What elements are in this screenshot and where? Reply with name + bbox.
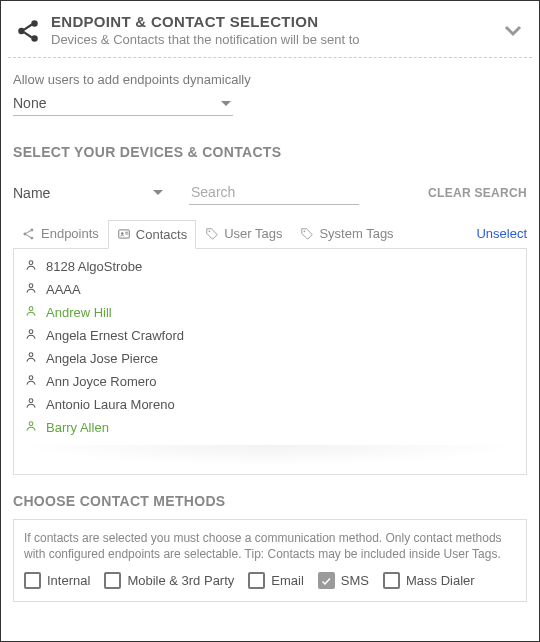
- collapse-toggle[interactable]: [501, 18, 525, 42]
- svg-point-12: [29, 307, 33, 311]
- svg-point-11: [29, 284, 33, 288]
- dynamic-endpoints-label: Allow users to add endpoints dynamically: [13, 72, 527, 87]
- contact-name: Antonio Laura Moreno: [46, 397, 175, 412]
- list-item[interactable]: AAAA: [16, 278, 524, 301]
- svg-point-7: [121, 232, 123, 234]
- contacts-scroll[interactable]: 8128 AlgoStrobeAAAAAndrew HillAngela Ern…: [14, 249, 526, 474]
- contacts-list: 8128 AlgoStrobeAAAAAndrew HillAngela Ern…: [13, 249, 527, 475]
- svg-point-10: [29, 261, 33, 265]
- svg-point-1: [31, 20, 38, 27]
- person-icon: [24, 373, 38, 390]
- list-item[interactable]: Angela Jose Pierce: [16, 347, 524, 370]
- person-icon: [24, 304, 38, 321]
- svg-point-16: [29, 399, 33, 403]
- caret-down-icon: [221, 101, 231, 106]
- person-icon: [24, 258, 38, 275]
- contact-method-label: Mass Dialer: [406, 573, 475, 588]
- divider: [8, 57, 532, 58]
- share-icon: [15, 18, 41, 44]
- search-input[interactable]: [189, 180, 359, 205]
- tag-icon: [300, 227, 314, 241]
- contact-method-label: Internal: [47, 573, 90, 588]
- contact-method-option[interactable]: Mobile & 3rd Party: [104, 572, 234, 589]
- tab-label: Contacts: [136, 227, 187, 242]
- list-item[interactable]: Ann Joyce Romero: [16, 370, 524, 393]
- filter-select[interactable]: Name: [13, 185, 163, 201]
- tab-contacts[interactable]: Contacts: [108, 220, 196, 249]
- methods-row: InternalMobile & 3rd PartyEmailSMSMass D…: [24, 572, 516, 589]
- contact-name: Andrew Hill: [46, 305, 112, 320]
- person-icon: [24, 327, 38, 344]
- filter-select-value: Name: [13, 185, 50, 201]
- person-icon: [24, 419, 38, 436]
- svg-point-17: [29, 422, 33, 426]
- list-gap: [16, 439, 524, 473]
- section-title: ENDPOINT & CONTACT SELECTION: [51, 13, 501, 30]
- tab-label: Endpoints: [41, 226, 99, 241]
- svg-point-15: [29, 376, 33, 380]
- methods-box: If contacts are selected you must choose…: [13, 519, 527, 602]
- person-icon: [24, 350, 38, 367]
- tab-user-tags[interactable]: User Tags: [196, 219, 291, 248]
- contact-method-option[interactable]: SMS: [318, 572, 369, 589]
- list-item[interactable]: Barry Allen: [16, 416, 524, 439]
- contact-method-label: SMS: [341, 573, 369, 588]
- list-item[interactable]: Andrew Hill: [16, 301, 524, 324]
- checkbox[interactable]: [248, 572, 265, 589]
- svg-point-8: [209, 230, 211, 232]
- dynamic-endpoints-value: None: [13, 95, 46, 111]
- svg-point-13: [29, 330, 33, 334]
- svg-point-2: [31, 35, 38, 42]
- devices-section-title: SELECT YOUR DEVICES & CONTACTS: [13, 144, 527, 160]
- tab-system-tags[interactable]: System Tags: [291, 219, 402, 248]
- section-header: ENDPOINT & CONTACT SELECTION Devices & C…: [1, 1, 539, 57]
- tab-label: System Tags: [319, 226, 393, 241]
- contact-name: AAAA: [46, 282, 81, 297]
- person-icon: [24, 396, 38, 413]
- person-icon: [24, 281, 38, 298]
- contact-name: 8128 AlgoStrobe: [46, 259, 142, 274]
- contact-name: Barry Allen: [46, 420, 109, 435]
- methods-tip: If contacts are selected you must choose…: [24, 530, 516, 562]
- clear-search-button[interactable]: CLEAR SEARCH: [428, 186, 527, 200]
- tab-endpoints[interactable]: Endpoints: [13, 219, 108, 248]
- share-icon: [22, 227, 36, 241]
- checkbox[interactable]: [24, 572, 41, 589]
- card-icon: [117, 227, 131, 241]
- list-item[interactable]: Antonio Laura Moreno: [16, 393, 524, 416]
- contact-method-option[interactable]: Internal: [24, 572, 90, 589]
- contact-method-label: Mobile & 3rd Party: [127, 573, 234, 588]
- contact-name: Ann Joyce Romero: [46, 374, 157, 389]
- contact-method-option[interactable]: Mass Dialer: [383, 572, 475, 589]
- contact-method-label: Email: [271, 573, 304, 588]
- contact-name: Angela Jose Pierce: [46, 351, 158, 366]
- list-item[interactable]: Brian Goldstein: [16, 473, 524, 474]
- caret-down-icon: [153, 190, 163, 195]
- checkbox[interactable]: [383, 572, 400, 589]
- methods-section-title: CHOOSE CONTACT METHODS: [13, 493, 527, 509]
- unselect-link[interactable]: Unselect: [476, 226, 527, 241]
- tabs-row: Endpoints Contacts User Tags System Tags…: [13, 219, 527, 249]
- svg-point-14: [29, 353, 33, 357]
- tab-label: User Tags: [224, 226, 282, 241]
- checkbox[interactable]: [104, 572, 121, 589]
- contact-method-option[interactable]: Email: [248, 572, 304, 589]
- list-item[interactable]: Angela Ernest Crawford: [16, 324, 524, 347]
- list-item[interactable]: 8128 AlgoStrobe: [16, 255, 524, 278]
- tag-icon: [205, 227, 219, 241]
- checkbox[interactable]: [318, 572, 335, 589]
- svg-point-9: [304, 230, 306, 232]
- section-subtitle: Devices & Contacts that the notification…: [51, 32, 501, 47]
- contact-name: Angela Ernest Crawford: [46, 328, 184, 343]
- dynamic-endpoints-select[interactable]: None: [13, 91, 233, 116]
